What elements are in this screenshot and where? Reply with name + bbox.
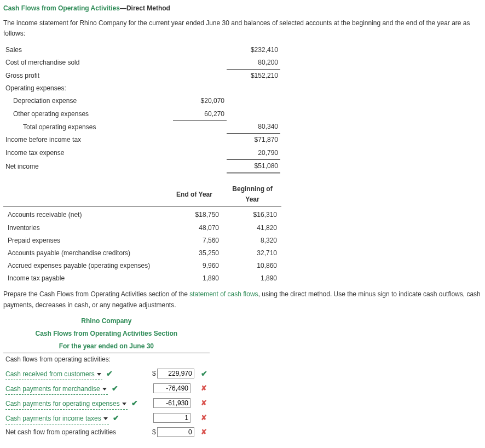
- check-icon: ✔: [112, 384, 118, 393]
- amount-input[interactable]: [157, 369, 194, 378]
- answer-row: Cash payments for merchandise ✔ ✘: [3, 381, 210, 396]
- cross-icon: ✘: [201, 399, 207, 407]
- cross-icon: ✘: [201, 384, 207, 392]
- line-item-dropdown[interactable]: Cash payments for income taxes: [5, 413, 109, 424]
- answer-row: Cash received from customers ✔ $ ✔: [3, 366, 210, 381]
- answer-row: Cash payments for operating expenses ✔ ✘: [3, 396, 210, 411]
- chevron-down-icon: [102, 388, 107, 390]
- check-icon: ✔: [113, 413, 119, 422]
- row-value: $232,410: [227, 44, 280, 56]
- table-row: Prepaid expenses 7,560 8,320: [3, 234, 281, 247]
- instruction-text: Prepare the Cash Flows from Operating Ac…: [3, 289, 482, 310]
- cash-flow-statement: Rhino Company Cash Flows from Operating …: [3, 315, 210, 439]
- page-title: Cash Flows from Operating Activities—Dir…: [3, 3, 482, 14]
- line-item-dropdown[interactable]: Cash payments for operating expenses: [5, 399, 128, 410]
- check-icon: ✔: [131, 399, 138, 407]
- table-row: Income tax payable 1,890 1,890: [3, 272, 281, 285]
- amount-input[interactable]: [157, 427, 194, 437]
- company-name: Rhino Company: [3, 315, 210, 328]
- amount-input[interactable]: [153, 383, 190, 393]
- section-name: Cash Flows from Operating Activities Sec…: [3, 328, 210, 340]
- check-icon: ✔: [106, 369, 113, 378]
- opact-header: Cash flows from operating activities:: [3, 353, 210, 366]
- income-statement-table: Sales $232,410 Cost of merchandise sold …: [3, 44, 280, 174]
- table-row: Inventories 48,070 41,820: [3, 222, 281, 234]
- net-row: Net cash flow from operating activities …: [3, 426, 210, 439]
- balances-table: End of Year Beginning of Year Accounts r…: [3, 183, 281, 285]
- cross-icon: ✘: [201, 413, 207, 422]
- table-row: Accrued expenses payable (operating expe…: [3, 260, 281, 272]
- row-label: Sales: [3, 44, 173, 56]
- cross-icon: ✘: [201, 428, 207, 436]
- period-name: For the year ended on June 30: [3, 340, 210, 353]
- answer-row: Cash payments for income taxes ✔ ✘: [3, 411, 210, 426]
- statement-link[interactable]: statement of cash flows: [189, 290, 258, 298]
- check-icon: ✔: [201, 369, 207, 378]
- intro-text: The income statement for Rhino Company f…: [3, 18, 482, 39]
- line-item-dropdown[interactable]: Cash received from customers: [5, 369, 102, 380]
- amount-input[interactable]: [153, 398, 190, 408]
- col-header-eoy: End of Year: [165, 183, 223, 206]
- chevron-down-icon: [122, 403, 126, 405]
- col-header-boy: Beginning of Year: [223, 183, 281, 206]
- table-row: Accounts payable (merchandise creditors)…: [3, 247, 281, 260]
- amount-input[interactable]: [153, 413, 190, 423]
- line-item-dropdown[interactable]: Cash payments for merchandise: [5, 384, 108, 395]
- chevron-down-icon: [97, 373, 101, 376]
- chevron-down-icon: [103, 417, 108, 420]
- table-row: Accounts receivable (net) $18,750 $16,31…: [3, 209, 281, 221]
